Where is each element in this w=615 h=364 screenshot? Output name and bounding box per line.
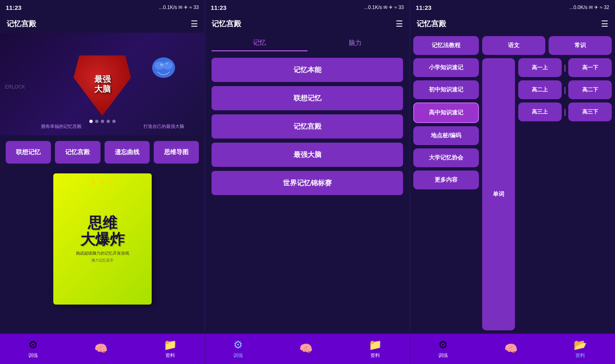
resource-icon-1: 📁 [164, 339, 177, 351]
btn-grade3-up[interactable]: 高三上 [518, 102, 562, 121]
svg-point-2 [163, 61, 173, 70]
dot-4[interactable] [107, 120, 110, 123]
nav-train-1[interactable]: ⚙ 训练 [28, 339, 38, 359]
nav-train-2[interactable]: ⚙ 训练 [233, 339, 243, 359]
status-bar-2: 11:23 ...0.1K/s ✉ ✈ ≈ 33 [205, 0, 410, 15]
nav-resource-2[interactable]: 📁 资料 [369, 339, 382, 359]
btn-chinese[interactable]: 语文 [482, 36, 545, 55]
menu-world-memory-champ[interactable]: 世界记忆锦标赛 [212, 171, 403, 195]
nav-train-3[interactable]: ⚙ 训练 [438, 339, 448, 359]
brain-nav-icon-3: 🧠 [504, 342, 517, 355]
nav-brain-2[interactable]: 🧠 [299, 342, 312, 356]
nav-label-train-2: 训练 [233, 352, 243, 359]
app-header-1: 记忆宫殿 ☰ [0, 15, 205, 33]
function-buttons: 联想记忆 记忆宫殿 遗忘曲线 思维导图 [0, 135, 205, 169]
train-icon-2: ⚙ [233, 339, 243, 351]
bottom-nav-2: ⚙ 训练 🧠 📁 资料 [205, 334, 410, 364]
btn-grade1-down[interactable]: 高一下 [568, 58, 612, 77]
dot-5[interactable] [112, 120, 116, 123]
status-bar-3: 11:23 ...0.0K/s ✉ ✈ ≈ 32 [410, 0, 615, 15]
book-title: 思维 大爆炸 [80, 215, 125, 247]
btn-word[interactable]: 单词 [482, 58, 515, 330]
book-stars: ★ ★ ★ [90, 177, 114, 187]
status-icons-1: ...0.1K/s ✉ ✈ ≈ 33 [159, 5, 199, 10]
btn-uni-memory[interactable]: 大学记忆协会 [413, 148, 479, 167]
nav-brain-3[interactable]: 🧠 [504, 342, 517, 356]
subject-main-row: 单词 高一上 | 高一下 高二上 | 高二下 高三上 | [482, 58, 612, 330]
word-col: 单词 [482, 58, 515, 330]
train-icon-1: ⚙ [28, 339, 38, 351]
grade-row-3: 高三上 | 高三下 [518, 102, 612, 121]
status-time-3: 11:23 [416, 4, 431, 11]
nav-brain-1[interactable]: 🧠 [94, 342, 107, 356]
grade-row-1: 高一上 | 高一下 [518, 58, 612, 77]
brain-nav-icon-1: 🧠 [94, 342, 107, 355]
btn-location-peg[interactable]: 地点桩/编码 [413, 126, 479, 145]
panel-1: 11:23 ...0.1K/s ✉ ✈ ≈ 33 记忆宫殿 ☰ ERLOCK 最… [0, 0, 205, 364]
btn-general-knowledge[interactable]: 常识 [549, 36, 612, 55]
btn-memory-method[interactable]: 记忆法教程 [413, 36, 479, 55]
menu-strongest-brain[interactable]: 最强大脑 [212, 143, 403, 167]
menu-memory-palace[interactable]: 记忆宫殿 [212, 114, 403, 139]
btn-grade2-down[interactable]: 高二下 [568, 80, 612, 99]
book-subtitle: 挑战超级脑力的记忆开发游戏 [72, 250, 133, 256]
btn-memory-palace[interactable]: 记忆宫殿 [55, 141, 100, 164]
tab-brainpower[interactable]: 脑力 [308, 35, 403, 51]
dot-1[interactable] [89, 120, 93, 123]
app-title-1: 记忆宫殿 [7, 19, 36, 29]
btn-grade1-up[interactable]: 高一上 [518, 58, 562, 77]
btn-grade2-up[interactable]: 高二上 [518, 80, 562, 99]
dot-3[interactable] [101, 120, 104, 123]
panel3-right-content: 语文 常识 单词 高一上 | 高一下 高二上 | 高二下 [482, 36, 612, 330]
book-cover[interactable]: ★ ★ ★ 思维 大爆炸 挑战超级脑力的记忆开发游戏 脑力记忆高手 [53, 173, 152, 305]
shield-logo: 最强 大脑 [74, 52, 131, 116]
nav-label-resource-2: 资料 [370, 352, 380, 359]
dot-2[interactable] [95, 120, 98, 123]
status-bar-1: 11:23 ...0.1K/s ✉ ✈ ≈ 33 [0, 0, 205, 15]
tabs-2: 记忆 脑力 [205, 33, 410, 54]
panel3-content: 记忆法教程 小学知识速记 初中知识速记 高中知识速记 地点桩/编码 大学记忆协会… [410, 33, 615, 334]
nav-resource-3[interactable]: 📂 资料 [574, 339, 587, 359]
resource-icon-2: 📁 [369, 339, 382, 351]
bottom-nav-1: ⚙ 训练 🧠 📁 资料 [0, 334, 205, 364]
book-sub2: 脑力记忆高手 [91, 258, 114, 263]
book-section: ★ ★ ★ 思维 大爆炸 挑战超级脑力的记忆开发游戏 脑力记忆高手 [0, 169, 205, 334]
nav-label-train-3: 训练 [438, 352, 448, 359]
btn-more-content[interactable]: 更多内容 [413, 171, 479, 189]
menu-icon-1[interactable]: ☰ [191, 19, 198, 29]
grade-row-2: 高二上 | 高二下 [518, 80, 612, 99]
resource-icon-3: 📂 [574, 339, 587, 351]
app-header-2: 记忆宫殿 ☰ [205, 15, 410, 33]
btn-middle-knowledge[interactable]: 初中知识速记 [413, 80, 479, 99]
btn-high-knowledge[interactable]: 高中知识速记 [413, 102, 479, 123]
svg-point-3 [160, 64, 163, 66]
banner-1: ERLOCK 最强 大脑 [0, 33, 205, 135]
menu-memory-instinct[interactable]: 记忆本能 [212, 58, 403, 82]
btn-mind-map[interactable]: 思维导图 [154, 141, 199, 164]
tab-memory[interactable]: 记忆 [212, 35, 308, 51]
nav-resource-1[interactable]: 📁 资料 [164, 339, 177, 359]
app-header-3: 记忆宫殿 ☰ [410, 15, 615, 33]
banner-dots [89, 120, 116, 123]
grade-rows: 高一上 | 高一下 高二上 | 高二下 高三上 | 高三下 [518, 58, 612, 330]
menu-icon-2[interactable]: ☰ [396, 19, 403, 29]
bottom-nav-3: ⚙ 训练 🧠 📂 资料 [410, 334, 615, 364]
grade-divider-2: | [564, 86, 566, 94]
banner-caption-right: 打造自己的最强大脑 [144, 123, 184, 130]
btn-associative-memory[interactable]: 联想记忆 [6, 141, 51, 164]
btn-forgetting-curve[interactable]: 遗忘曲线 [105, 141, 150, 164]
panel-3: 11:23 ...0.0K/s ✉ ✈ ≈ 32 记忆宫殿 ☰ 记忆法教程 小学… [410, 0, 615, 364]
watermark-1: ERLOCK [5, 84, 25, 90]
svg-point-4 [166, 63, 168, 64]
menu-icon-3[interactable]: ☰ [601, 19, 608, 29]
brain-icon [147, 53, 180, 86]
grade-divider-1: | [564, 64, 566, 72]
nav-label-resource-1: 资料 [165, 352, 175, 359]
nav-label-train-1: 训练 [28, 352, 38, 359]
btn-primary-knowledge[interactable]: 小学知识速记 [413, 58, 479, 77]
menu-associative-memory[interactable]: 联想记忆 [212, 86, 403, 110]
btn-grade3-down[interactable]: 高三下 [568, 102, 612, 121]
app-title-3: 记忆宫殿 [417, 19, 446, 29]
brain-logo: 最强 大脑 [70, 51, 135, 117]
status-icons-3: ...0.0K/s ✉ ✈ ≈ 32 [569, 5, 609, 10]
